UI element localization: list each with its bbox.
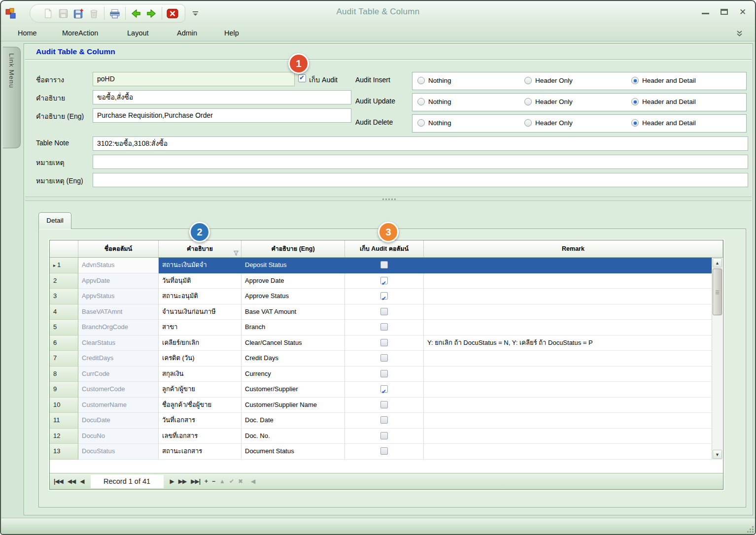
menu-item-help[interactable]: Help	[222, 28, 241, 38]
close-button[interactable]: ✕	[735, 5, 750, 18]
cell-audit-checkbox[interactable]	[345, 398, 424, 413]
double-chevron-down-icon[interactable]	[736, 30, 743, 39]
field-input-2[interactable]: Purchase Requisition,Purchase Order	[93, 108, 351, 123]
next-page-button[interactable]: ▶▶	[178, 478, 186, 485]
cell-audit-checkbox[interactable]	[345, 413, 424, 429]
cell-description-th[interactable]: ลูกค้า/ผู้ขาย	[159, 382, 241, 398]
cell-column-name[interactable]: CreditDays	[78, 351, 159, 367]
grid-row-3[interactable]: 3AppvStatusสถานะอนุมัติApprove Status	[50, 289, 712, 304]
append-record-button[interactable]: +	[205, 478, 207, 485]
grid-row-2[interactable]: 2AppvDateวันที่อนุมัติApprove Date	[50, 273, 712, 289]
cell-remark[interactable]	[424, 304, 712, 320]
cell-description-eng[interactable]: Document Status	[241, 444, 345, 460]
grid-row-11[interactable]: 11DocuDateวันที่เอกสารDoc. Date	[50, 413, 712, 429]
cell-remark[interactable]	[424, 398, 712, 413]
field-input-0[interactable]: poHD	[93, 72, 295, 86]
grid-column-header-5[interactable]: Remark	[424, 240, 723, 257]
cell-description-th[interactable]: ชื่อลูกค้า/ชื่อผู้ขาย	[159, 398, 241, 413]
cell-remark[interactable]	[424, 429, 712, 444]
grid-row-12[interactable]: 12DocuNoเลขที่เอกสารDoc. No.	[50, 429, 712, 444]
menu-item-layout[interactable]: Layout	[125, 28, 151, 38]
cell-column-name[interactable]: DocuNo	[78, 429, 159, 444]
radio-option[interactable]: Header and Detail	[631, 119, 696, 127]
resize-grip-icon[interactable]	[750, 529, 751, 530]
cell-description-th[interactable]: เคลียร์/ยกเลิก	[159, 335, 241, 351]
cell-column-name[interactable]: AppvStatus	[78, 289, 159, 304]
cell-description-th[interactable]: สาขา	[159, 320, 241, 335]
cell-audit-checkbox[interactable]	[345, 429, 424, 444]
scroll-down-icon[interactable]: ▼	[713, 450, 722, 459]
cell-description-eng[interactable]: Currency	[241, 367, 345, 382]
cell-description-eng[interactable]: Doc. No.	[241, 429, 345, 444]
cell-description-th[interactable]: สถานะเอกสาร	[159, 444, 241, 460]
grid-column-header-2[interactable]: คำอธิบาย	[159, 240, 241, 257]
cell-column-name[interactable]: ClearStatus	[78, 335, 159, 351]
cell-audit-checkbox[interactable]	[345, 335, 424, 351]
cell-description-eng[interactable]: Deposit Status	[241, 258, 345, 273]
cell-remark[interactable]	[424, 258, 712, 273]
minimize-button[interactable]	[698, 5, 713, 18]
cell-remark[interactable]	[424, 367, 712, 382]
cell-remark[interactable]	[424, 413, 712, 429]
edit-record-button[interactable]: ▲	[219, 478, 225, 485]
cell-column-name[interactable]: AppvDate	[78, 273, 159, 289]
cell-description-eng[interactable]: Clear/Cancel Status	[241, 335, 345, 351]
menu-item-home[interactable]: Home	[16, 28, 39, 38]
cell-remark[interactable]	[424, 382, 712, 398]
grid-row-10[interactable]: 10CustomerNameชื่อลูกค้า/ชื่อผู้ขายCusto…	[50, 398, 712, 413]
cell-description-th[interactable]: สถานะอนุมัติ	[159, 289, 241, 304]
splitter-bar[interactable]	[25, 197, 752, 201]
cell-column-name[interactable]: CustomerName	[78, 398, 159, 413]
scroll-left-button[interactable]: ◀	[251, 478, 255, 485]
delete-record-button[interactable]: −	[212, 478, 215, 485]
grid-row-13[interactable]: 13DocuStatusสถานะเอกสารDocument Status	[50, 444, 712, 460]
keep-audit-checkbox[interactable]	[298, 74, 306, 82]
cell-audit-checkbox[interactable]	[345, 367, 424, 382]
grid-column-header-0[interactable]	[50, 240, 78, 257]
cell-column-name[interactable]: BranchOrgCode	[78, 320, 159, 335]
cell-audit-checkbox[interactable]	[345, 273, 424, 289]
grid-row-5[interactable]: 5BranchOrgCodeสาขาBranch	[50, 320, 712, 335]
cell-description-eng[interactable]: Approve Date	[241, 273, 345, 289]
maximize-button[interactable]	[717, 5, 731, 18]
vertical-scrollbar[interactable]: ▲ ▼	[712, 258, 722, 460]
scroll-up-icon[interactable]: ▲	[713, 258, 722, 268]
cell-remark[interactable]	[424, 444, 712, 460]
grid-row-1[interactable]: ▸1AdvnStatusสถานะเงินมัดจำDeposit Status	[50, 258, 712, 273]
radio-option[interactable]: Header Only	[524, 119, 573, 127]
radio-option[interactable]: Header and Detail	[631, 98, 696, 105]
field-input-1[interactable]: ขอซื้อ,สั่งซื้อ	[93, 90, 351, 104]
field-input-5[interactable]	[93, 173, 748, 187]
cell-column-name[interactable]: CustomerCode	[78, 382, 159, 398]
previous-page-button[interactable]: ◀◀	[68, 478, 75, 485]
cell-audit-checkbox[interactable]	[345, 382, 424, 398]
radio-option[interactable]: Nothing	[417, 119, 451, 127]
cell-column-name[interactable]: AdvnStatus	[78, 258, 159, 273]
cell-description-eng[interactable]: Customer/Supplier	[241, 382, 345, 398]
radio-option[interactable]: Nothing	[417, 77, 451, 84]
cell-column-name[interactable]: BaseVATAmnt	[78, 304, 159, 320]
scrollbar-thumb[interactable]	[713, 268, 722, 315]
cancel-edit-button[interactable]: ✖	[238, 478, 242, 485]
cell-description-th[interactable]: เลขที่เอกสาร	[159, 429, 241, 444]
cell-audit-checkbox[interactable]	[345, 320, 424, 335]
cell-audit-checkbox[interactable]	[345, 351, 424, 367]
cell-audit-checkbox[interactable]	[345, 258, 424, 273]
cell-audit-checkbox[interactable]	[345, 289, 424, 304]
cell-description-th[interactable]: วันที่อนุมัติ	[159, 273, 241, 289]
cell-column-name[interactable]: DocuDate	[78, 413, 159, 429]
cell-description-eng[interactable]: Approve Status	[241, 289, 345, 304]
cell-remark[interactable]	[424, 320, 712, 335]
cell-description-th[interactable]: สกุลเงิน	[159, 367, 241, 382]
cell-remark[interactable]	[424, 289, 712, 304]
link-menu-tab[interactable]: Link Menu	[3, 47, 21, 148]
menu-item-moreaction[interactable]: MoreAction	[60, 28, 100, 38]
cell-description-eng[interactable]: Base VAT Amount	[241, 304, 345, 320]
field-input-3[interactable]: 3102:ขอซื้อ,3108:สั่งซื้อ	[93, 136, 748, 151]
tab-detail[interactable]: Detail	[38, 212, 71, 229]
cell-audit-checkbox[interactable]	[345, 444, 424, 460]
first-record-button[interactable]: |◀◀	[54, 478, 63, 485]
cell-remark[interactable]	[424, 273, 712, 289]
cell-description-eng[interactable]: Branch	[241, 320, 345, 335]
cell-description-th[interactable]: สถานะเงินมัดจำ	[159, 258, 241, 273]
